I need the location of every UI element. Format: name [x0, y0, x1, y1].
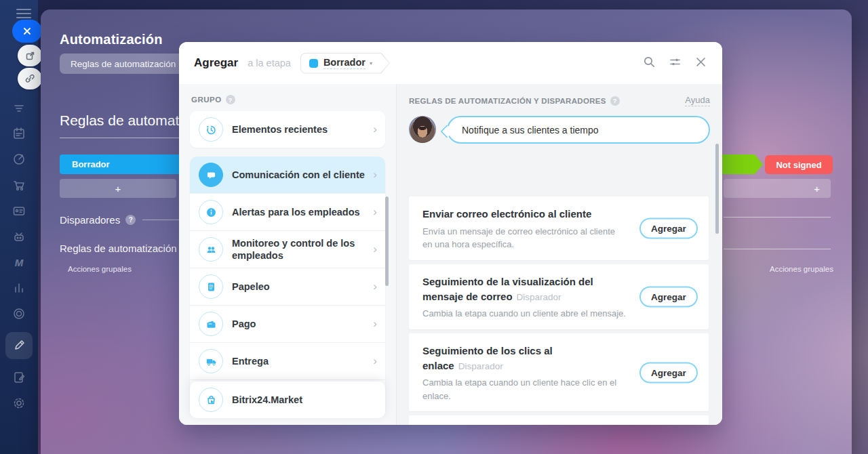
group-item-communication[interactable]: Comunicación con el cliente ›	[190, 157, 385, 194]
feed-icon[interactable]	[12, 100, 26, 115]
trigger-tag: Disparador	[458, 361, 503, 371]
group-item-bitrix24-market[interactable]: Bitrix24.Market	[190, 381, 385, 418]
robot-icon[interactable]	[12, 229, 26, 244]
groups-column: GRUPO? Elementos recientes › Comunicació…	[179, 84, 397, 425]
rule-card-email-open-tracking: Seguimiento de la visualización del mens…	[409, 264, 709, 329]
help-link[interactable]: Ayuda	[685, 95, 710, 106]
slider-title: Automatización	[60, 32, 163, 47]
info-icon	[199, 200, 223, 224]
rules-row-label: Reglas de automatización	[60, 243, 177, 254]
stage-selector[interactable]: Borrador ▾	[300, 53, 390, 74]
target-icon[interactable]	[12, 152, 26, 167]
rule-card-link-click-tracking: Seguimiento de los clics al enlaceDispar…	[409, 333, 709, 412]
rule-card-incoming-email-tracking: Seguimiento de un correo entranteDispara…	[409, 415, 709, 425]
rules-header: REGLAS DE AUTOMATIZACIÓN Y DISPARADORES?	[409, 96, 620, 106]
group-actions-right[interactable]: Acciones grupales	[770, 265, 833, 273]
chevron-right-icon: ›	[373, 317, 377, 331]
chevron-right-icon: ›	[373, 123, 377, 136]
groups-scrollbar[interactable]	[385, 197, 389, 286]
chevron-right-icon: ›	[373, 354, 377, 368]
group-actions-left[interactable]: Acciones grupales	[68, 265, 132, 273]
menu-icon[interactable]	[16, 9, 31, 18]
group-item-payment[interactable]: Pago ›	[190, 306, 385, 343]
group-item-paperwork[interactable]: Papeleo ›	[190, 268, 385, 306]
automation-active-tab[interactable]	[5, 332, 33, 359]
groups-header: GRUPO?	[191, 95, 396, 104]
tab-automation-rules[interactable]: Reglas de automatización	[60, 54, 186, 74]
market-icon	[199, 388, 223, 412]
stage-selector-label: Borrador	[323, 57, 366, 69]
stage-color-dot	[309, 59, 318, 68]
document-icon	[199, 274, 223, 299]
chevron-right-icon: ›	[373, 280, 377, 293]
modal-subtitle: a la etapa	[248, 58, 291, 68]
group-item-recent[interactable]: Elementos recientes ›	[190, 111, 385, 148]
document-edit-icon[interactable]	[12, 370, 26, 385]
cart-icon[interactable]	[12, 178, 26, 192]
assistant-avatar	[409, 116, 436, 143]
marketing-icon[interactable]: M	[12, 255, 26, 270]
divider	[724, 249, 831, 249]
modal-title: Agregar	[194, 56, 238, 70]
ring-icon[interactable]	[12, 306, 26, 321]
calendar-icon[interactable]	[12, 126, 26, 141]
people-icon	[199, 237, 223, 262]
help-icon[interactable]: ?	[125, 215, 136, 225]
chevron-right-icon: ›	[373, 168, 377, 182]
history-icon	[199, 117, 223, 142]
help-icon[interactable]: ?	[226, 95, 235, 104]
add-rule-left-button[interactable]: +	[60, 179, 176, 198]
automation-slider: Automatización Reglas de automatización …	[41, 9, 852, 454]
trigger-tag: Disparador	[517, 292, 561, 302]
screen: M Automatización Reglas de automatizació…	[0, 0, 868, 454]
rules-list: Enviar correo electrónico al cliente Env…	[409, 197, 709, 425]
divider	[724, 217, 831, 218]
modal-header: Agregar a la etapa Borrador ▾	[179, 42, 722, 84]
close-slider-button[interactable]	[12, 20, 42, 43]
add-button[interactable]: Agregar	[639, 286, 698, 307]
group-item-delivery[interactable]: Entrega ›	[190, 343, 385, 380]
add-rule-right-button[interactable]: +	[724, 179, 831, 198]
triggers-row-label: Disparadores?	[60, 214, 136, 226]
chevron-down-icon: ▾	[370, 60, 372, 66]
chevron-right-icon: ›	[373, 243, 377, 256]
truck-icon	[199, 349, 223, 373]
filter-settings-icon[interactable]	[669, 56, 682, 71]
chevron-right-icon: ›	[373, 205, 377, 219]
assistant-message-bubble: Notifique a sus clientes a tiempo	[447, 116, 710, 144]
rules-scrollbar[interactable]	[715, 144, 719, 234]
not-signed-badge: Not signed	[765, 155, 833, 174]
pencil-icon	[12, 338, 26, 353]
add-button[interactable]: Agregar	[639, 362, 698, 383]
copy-link-button[interactable]	[18, 68, 42, 89]
wallet-icon	[199, 312, 223, 336]
contact-card-icon[interactable]	[12, 203, 26, 218]
rules-column: REGLAS DE AUTOMATIZACIÓN Y DISPARADORES?…	[397, 84, 722, 425]
close-icon[interactable]	[694, 56, 707, 71]
rule-card-send-email: Enviar correo electrónico al cliente Env…	[409, 197, 709, 260]
search-icon[interactable]	[643, 56, 656, 71]
help-icon[interactable]: ?	[610, 96, 620, 106]
add-automation-modal: Agregar a la etapa Borrador ▾ GRUPO?	[179, 42, 722, 425]
group-item-employee-alerts[interactable]: Alertas para los empleados ›	[190, 194, 385, 231]
add-button[interactable]: Agregar	[639, 218, 698, 239]
open-in-new-button[interactable]	[18, 45, 42, 66]
chat-icon	[199, 163, 223, 187]
sidebar-icon-column: M	[0, 100, 38, 411]
gear-icon[interactable]	[12, 396, 26, 411]
group-item-employee-monitoring[interactable]: Monitoreo y control de los empleados ›	[190, 231, 385, 268]
chart-icon[interactable]	[12, 281, 26, 295]
